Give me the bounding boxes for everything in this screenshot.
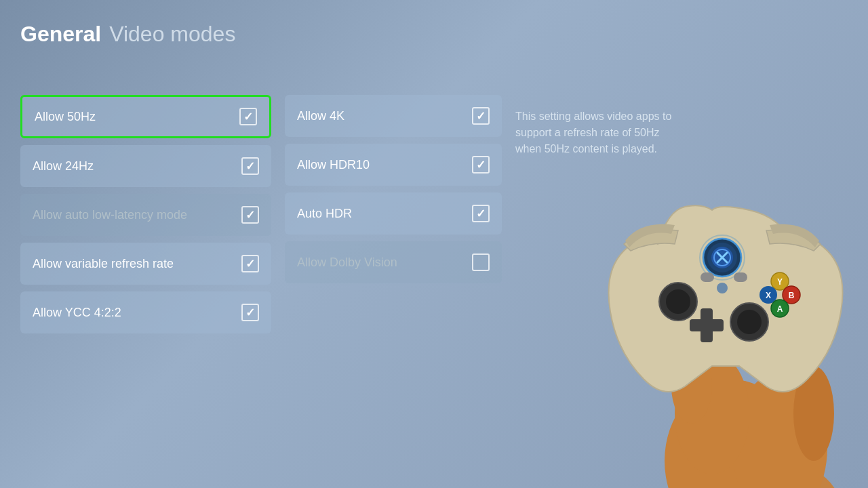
setting-item-allow-hdr10[interactable]: Allow HDR10 (285, 144, 502, 186)
setting-item-allow-variable-refresh[interactable]: Allow variable refresh rate (20, 243, 271, 285)
setting-label-allow-4k: Allow 4K (297, 109, 344, 123)
setting-item-allow-24hz[interactable]: Allow 24Hz (20, 145, 271, 187)
left-settings-column: Allow 50HzAllow 24HzAllow auto low-laten… (20, 95, 271, 333)
setting-item-auto-hdr[interactable]: Auto HDR (285, 192, 502, 235)
svg-text:X: X (766, 291, 771, 300)
controller-area: Y X B A (542, 176, 868, 488)
svg-text:Y: Y (777, 277, 783, 287)
header-general: General (20, 22, 101, 47)
svg-text:B: B (789, 291, 795, 300)
checkbox-allow-ycc[interactable] (241, 304, 259, 321)
setting-item-allow-ycc[interactable]: Allow YCC 4:2:2 (20, 291, 271, 333)
checkbox-allow-24hz[interactable] (241, 157, 259, 175)
svg-point-15 (737, 310, 762, 334)
setting-label-allow-ycc: Allow YCC 4:2:2 (33, 306, 121, 320)
setting-label-auto-hdr: Auto HDR (297, 207, 352, 221)
svg-rect-17 (690, 319, 724, 331)
svg-text:A: A (777, 304, 783, 314)
setting-label-allow-variable-refresh: Allow variable refresh rate (33, 257, 174, 271)
checkbox-allow-50hz[interactable] (239, 108, 257, 125)
setting-label-allow-24hz: Allow 24Hz (33, 159, 94, 174)
setting-label-allow-auto-low-latency: Allow auto low-latency mode (33, 208, 187, 222)
svg-point-13 (666, 289, 690, 314)
checkbox-auto-hdr[interactable] (472, 205, 490, 222)
checkbox-allow-4k[interactable] (472, 107, 490, 125)
setting-item-allow-dolby-vision[interactable]: Allow Dolby Vision (285, 241, 502, 283)
setting-label-allow-50hz: Allow 50Hz (35, 110, 96, 124)
setting-item-allow-4k[interactable]: Allow 4K (285, 95, 502, 137)
controller-svg: Y X B A (549, 176, 868, 488)
right-settings-column: Allow 4KAllow HDR10Auto HDRAllow Dolby V… (285, 95, 502, 283)
checkbox-allow-dolby-vision[interactable] (472, 253, 490, 271)
svg-point-28 (717, 283, 728, 293)
page-header: General Video modes (20, 22, 235, 47)
setting-label-allow-dolby-vision: Allow Dolby Vision (297, 256, 397, 270)
header-section: Video modes (109, 22, 235, 47)
info-description: This setting allows video apps to suppor… (515, 108, 678, 157)
setting-item-allow-50hz[interactable]: Allow 50Hz (20, 95, 271, 138)
checkbox-allow-hdr10[interactable] (472, 156, 490, 174)
checkbox-allow-variable-refresh[interactable] (241, 255, 259, 272)
checkbox-allow-auto-low-latency[interactable] (241, 206, 259, 224)
svg-rect-27 (701, 272, 714, 282)
svg-rect-26 (734, 272, 747, 282)
setting-label-allow-hdr10: Allow HDR10 (297, 158, 370, 172)
setting-item-allow-auto-low-latency[interactable]: Allow auto low-latency mode (20, 194, 271, 236)
